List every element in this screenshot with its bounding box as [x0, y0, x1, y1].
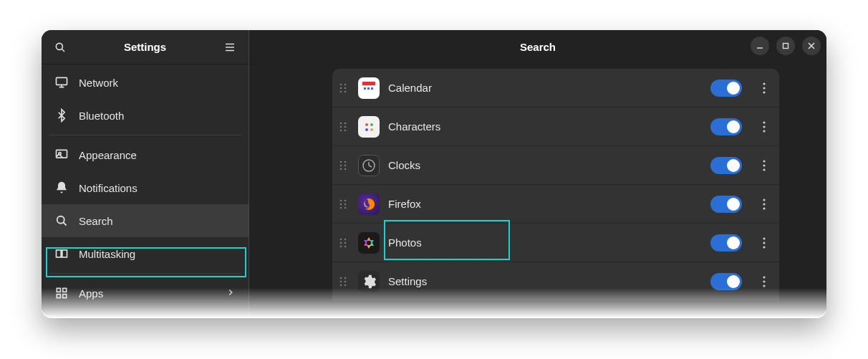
- app-name: Calendar: [388, 82, 702, 94]
- toggle-switch[interactable]: [710, 234, 742, 252]
- svg-point-68: [763, 198, 765, 201]
- svg-point-80: [340, 277, 342, 279]
- sidebar-item-notifications[interactable]: Notifications: [42, 171, 249, 204]
- list-item: Calendar: [332, 69, 779, 107]
- svg-point-53: [340, 168, 342, 170]
- kebab-menu-icon[interactable]: [756, 121, 772, 133]
- search-providers-list: Calendar Characters Clocks: [249, 64, 826, 317]
- svg-point-63: [340, 203, 342, 205]
- chevron-right-icon: [226, 287, 236, 300]
- firefox-app-icon: [358, 193, 380, 215]
- svg-point-22: [340, 83, 342, 85]
- toggle-switch[interactable]: [710, 196, 742, 213]
- svg-point-38: [340, 125, 342, 128]
- svg-point-72: [344, 238, 347, 240]
- sidebar-item-appearance[interactable]: Appearance: [42, 138, 249, 171]
- svg-point-46: [763, 121, 765, 123]
- sidebar-item-network[interactable]: Network: [42, 66, 249, 99]
- close-button[interactable]: [802, 37, 821, 55]
- svg-point-74: [344, 241, 347, 244]
- sidebar: Settings Network Bluetooth Appearance No…: [42, 30, 249, 317]
- bluetooth-icon: [54, 108, 69, 123]
- drag-handle-icon[interactable]: [337, 82, 349, 94]
- svg-rect-31: [367, 87, 370, 90]
- hamburger-icon[interactable]: [220, 37, 240, 57]
- svg-rect-5: [57, 77, 67, 85]
- svg-point-60: [763, 168, 765, 171]
- drag-handle-icon[interactable]: [337, 198, 349, 210]
- svg-point-75: [340, 245, 342, 247]
- svg-point-61: [340, 199, 342, 201]
- toggle-switch[interactable]: [710, 118, 742, 135]
- svg-rect-28: [362, 82, 375, 85]
- svg-point-82: [340, 280, 342, 282]
- drag-handle-icon[interactable]: [337, 276, 349, 287]
- monitor-icon: [54, 75, 69, 90]
- svg-rect-17: [63, 295, 67, 298]
- drag-handle-icon[interactable]: [337, 160, 349, 171]
- svg-point-42: [365, 123, 368, 126]
- list-item: Characters: [332, 107, 779, 146]
- svg-point-83: [344, 280, 347, 282]
- search-icon[interactable]: [50, 37, 70, 57]
- sidebar-item-label: Search: [79, 215, 113, 227]
- svg-point-73: [340, 241, 342, 244]
- svg-point-33: [763, 82, 765, 85]
- svg-point-87: [763, 280, 765, 282]
- characters-app-icon: [358, 116, 380, 138]
- clocks-app-icon: [358, 155, 380, 176]
- toggle-switch[interactable]: [710, 273, 742, 290]
- kebab-menu-icon[interactable]: [756, 198, 772, 210]
- svg-point-69: [763, 203, 765, 205]
- svg-point-65: [340, 206, 342, 209]
- svg-point-59: [763, 164, 765, 166]
- sidebar-item-bluetooth[interactable]: Bluetooth: [42, 99, 249, 132]
- svg-point-36: [340, 122, 342, 124]
- svg-rect-32: [371, 87, 373, 90]
- kebab-menu-icon[interactable]: [756, 276, 772, 287]
- svg-rect-12: [57, 250, 62, 257]
- svg-point-51: [340, 164, 342, 166]
- svg-point-66: [344, 206, 347, 209]
- svg-point-41: [344, 129, 347, 131]
- svg-point-25: [344, 87, 347, 89]
- page-title: Search: [520, 41, 556, 53]
- maximize-button[interactable]: [776, 37, 795, 55]
- svg-rect-13: [62, 250, 67, 257]
- drag-handle-icon[interactable]: [337, 237, 349, 249]
- toggle-switch[interactable]: [710, 80, 742, 97]
- app-name: Clocks: [388, 159, 702, 171]
- kebab-menu-icon[interactable]: [756, 237, 772, 249]
- svg-point-76: [344, 245, 347, 247]
- svg-point-77: [763, 237, 765, 239]
- svg-point-47: [763, 125, 765, 128]
- sidebar-item-multitasking[interactable]: Multitasking: [42, 237, 249, 270]
- minimize-button[interactable]: [751, 37, 769, 55]
- svg-point-34: [763, 87, 765, 89]
- content-header: Search: [249, 30, 826, 64]
- kebab-menu-icon[interactable]: [756, 160, 772, 171]
- sidebar-header: Settings: [42, 30, 249, 64]
- svg-point-84: [340, 284, 342, 286]
- svg-rect-19: [783, 44, 789, 49]
- svg-point-70: [763, 207, 765, 209]
- svg-point-50: [344, 161, 347, 163]
- svg-point-26: [340, 90, 342, 92]
- svg-point-78: [763, 241, 765, 244]
- apps-icon: [54, 286, 69, 300]
- toggle-switch[interactable]: [710, 157, 742, 174]
- sidebar-item-search[interactable]: Search: [42, 204, 249, 237]
- photos-app-icon: [358, 232, 380, 254]
- svg-point-58: [763, 160, 765, 162]
- drag-handle-icon[interactable]: [337, 121, 349, 133]
- window-controls: [751, 37, 821, 55]
- svg-point-39: [344, 125, 347, 128]
- list-item: Photos: [332, 224, 779, 262]
- svg-point-81: [344, 277, 347, 279]
- kebab-menu-icon[interactable]: [756, 82, 772, 94]
- svg-point-43: [370, 123, 373, 126]
- sidebar-item-apps[interactable]: Apps: [42, 277, 249, 310]
- sidebar-item-label: Notifications: [79, 182, 138, 194]
- svg-point-79: [763, 246, 765, 248]
- svg-point-54: [344, 168, 347, 170]
